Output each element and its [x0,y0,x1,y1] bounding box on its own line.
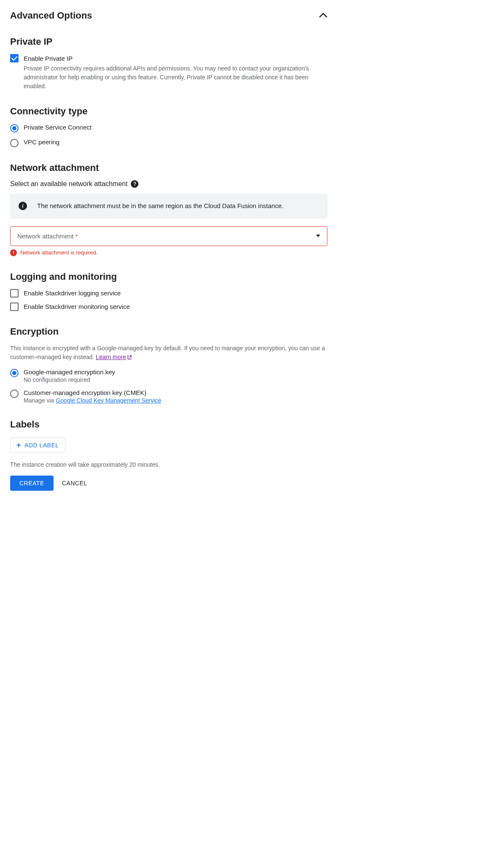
add-label-button[interactable]: + ADD LABEL [10,438,65,453]
stackdriver-logging-label: Enable Stackdriver logging service [24,289,121,297]
add-label-text: ADD LABEL [24,442,59,449]
encryption-section: Encryption This instance is encrypted wi… [10,326,327,404]
connectivity-section: Connectivity type Private Service Connec… [10,106,327,147]
radio-icon [10,124,19,132]
advanced-options-header[interactable]: Advanced Options [10,10,327,21]
help-icon[interactable]: ? [131,180,138,188]
network-attachment-subheading: Select an available network attachment [10,180,127,188]
radio-label: VPC peering [24,138,59,146]
radio-icon [10,139,19,147]
labels-heading: Labels [10,419,327,430]
error-icon: ! [10,249,17,256]
radio-vpc-peering[interactable]: VPC peering [10,138,327,147]
radio-sublabel: Manage via Google Cloud Key Management S… [24,397,161,404]
radio-icon [10,369,19,377]
network-attachment-heading: Network attachment [10,162,327,173]
info-text: The network attachment must be in the sa… [37,201,284,211]
radio-private-service-connect[interactable]: Private Service Connect [10,124,327,132]
logging-section: Logging and monitoring Enable Stackdrive… [10,271,327,311]
learn-more-link[interactable]: Learn more [96,354,132,360]
chevron-up-icon [319,12,327,19]
encryption-heading: Encryption [10,326,327,337]
radio-label: Google-managed encryption key [24,368,115,376]
cancel-button[interactable]: CANCEL [62,480,87,487]
create-button[interactable]: CREATE [10,476,54,491]
radio-label: Private Service Connect [24,124,92,131]
stackdriver-monitoring-checkbox[interactable] [10,303,19,311]
logging-heading: Logging and monitoring [10,271,327,282]
radio-icon [10,389,19,398]
enable-private-ip-label: Enable Private IP [24,55,73,62]
advanced-options-title: Advanced Options [10,10,92,21]
plus-icon: + [16,441,21,449]
enable-private-ip-checkbox[interactable] [10,54,19,62]
private-ip-helper: Private IP connectivity requires additio… [24,64,327,91]
network-attachment-select[interactable]: Network attachment * [10,226,327,246]
action-buttons: CREATE CANCEL [10,476,327,491]
labels-section: Labels + ADD LABEL [10,419,327,453]
radio-google-managed[interactable]: Google-managed encryption key No configu… [10,368,327,383]
radio-cmek[interactable]: Customer-managed encryption key (CMEK) M… [10,389,327,404]
external-link-icon [127,353,132,362]
network-attachment-error: ! Network attachment is required. [10,249,327,256]
connectivity-heading: Connectivity type [10,106,327,117]
encryption-desc: This instance is encrypted with a Google… [10,344,327,362]
stackdriver-logging-checkbox[interactable] [10,289,19,297]
network-attachment-section: Network attachment Select an available n… [10,162,327,256]
private-ip-section: Private IP Enable Private IP Private IP … [10,36,327,91]
select-placeholder: Network attachment * [17,233,78,240]
radio-label: Customer-managed encryption key (CMEK) [24,389,161,396]
radio-sublabel: No configuration required [24,376,115,383]
creation-time-note: The instance creation will take approxim… [10,461,327,468]
error-text: Network attachment is required. [20,249,98,256]
caret-down-icon [316,235,320,237]
stackdriver-monitoring-label: Enable Stackdriver monitoring service [24,303,130,310]
info-icon: i [19,202,27,210]
kms-link[interactable]: Google Cloud Key Management Service [56,397,161,404]
info-banner: i The network attachment must be in the … [10,194,327,219]
private-ip-heading: Private IP [10,36,327,47]
